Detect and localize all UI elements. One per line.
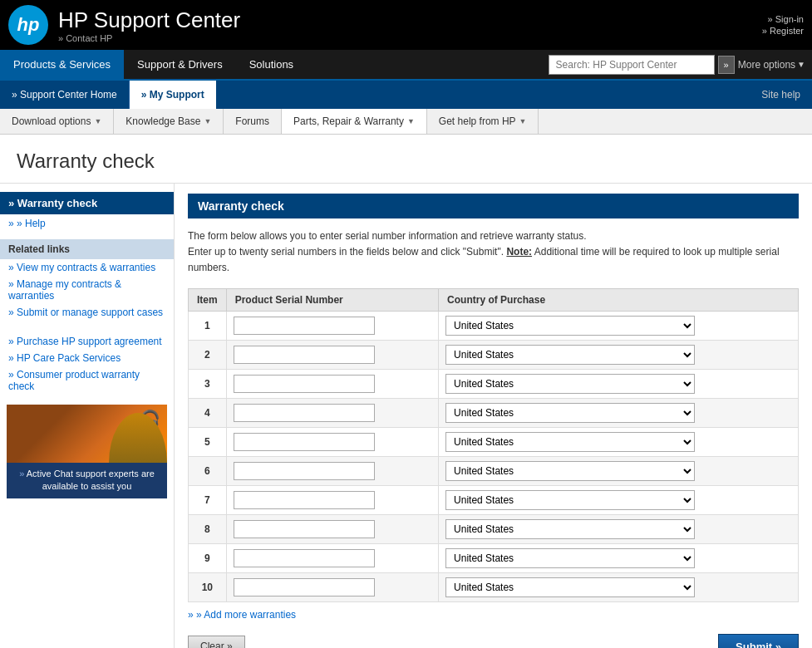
serial-number-input-1[interactable]	[234, 317, 375, 335]
chat-banner[interactable]: 🎧 Active Chat support experts are availa…	[7, 405, 167, 498]
table-row: 2United StatesCanadaUnited KingdomGerman…	[189, 340, 799, 369]
row-item-number: 9	[189, 543, 227, 572]
country-select-2[interactable]: United StatesCanadaUnited KingdomGermany…	[445, 345, 695, 365]
row-serial-cell	[226, 311, 438, 340]
country-select-4[interactable]: United StatesCanadaUnited KingdomGermany…	[445, 403, 695, 423]
main-content: » Warranty check » Help Related links Vi…	[0, 184, 812, 648]
warranty-check-link[interactable]: » Warranty check	[8, 197, 97, 209]
row-item-number: 5	[189, 427, 227, 456]
tab-parts-repair[interactable]: Parts, Repair & Warranty ▼	[282, 109, 427, 134]
sidebar-purchase-support[interactable]: Purchase HP support agreement	[0, 333, 174, 350]
tab-download-label: Download options	[12, 115, 91, 127]
tab-kb-label: Knowledge Base	[125, 115, 200, 127]
tab-forums[interactable]: Forums	[224, 109, 282, 134]
related-links-header: Related links	[0, 239, 174, 259]
country-select-1[interactable]: United StatesCanadaUnited KingdomGermany…	[445, 316, 695, 336]
row-item-number: 8	[189, 514, 227, 543]
row-serial-cell	[226, 572, 438, 601]
register-link[interactable]: Register	[762, 26, 804, 36]
hp-logo-text: hp	[17, 14, 40, 36]
contact-link[interactable]: » Contact HP	[58, 33, 240, 43]
sec-nav-mysupport[interactable]: » My Support	[130, 81, 216, 109]
table-row: 9United StatesCanadaUnited KingdomGerman…	[189, 543, 799, 572]
sidebar-help-link[interactable]: » Help	[0, 214, 174, 233]
nav-item-products[interactable]: Products & Services	[0, 50, 124, 79]
country-select-6[interactable]: United StatesCanadaUnited KingdomGermany…	[445, 461, 695, 481]
page-header: hp HP Support Center » Contact HP Sign-i…	[0, 0, 812, 50]
row-serial-cell	[226, 340, 438, 369]
table-row: 10United StatesCanadaUnited KingdomGerma…	[189, 572, 799, 601]
warranty-check-header: Warranty check	[188, 194, 799, 218]
serial-number-input-9[interactable]	[234, 549, 375, 567]
row-serial-cell	[226, 456, 438, 485]
row-serial-cell	[226, 369, 438, 398]
row-country-cell: United StatesCanadaUnited KingdomGermany…	[439, 427, 799, 456]
col-serial: Product Serial Number	[226, 288, 438, 311]
serial-number-input-5[interactable]	[234, 433, 375, 451]
row-country-cell: United StatesCanadaUnited KingdomGermany…	[439, 485, 799, 514]
serial-number-input-2[interactable]	[234, 346, 375, 364]
row-item-number: 6	[189, 456, 227, 485]
warranty-note-label: Note:	[506, 246, 532, 258]
row-country-cell: United StatesCanadaUnited KingdomGermany…	[439, 340, 799, 369]
sidebar-submit-cases[interactable]: Submit or manage support cases	[0, 304, 174, 321]
col-item: Item	[189, 288, 227, 311]
nav-item-support[interactable]: Support & Drivers	[124, 50, 236, 79]
country-select-8[interactable]: United StatesCanadaUnited KingdomGermany…	[445, 519, 695, 539]
row-country-cell: United StatesCanadaUnited KingdomGermany…	[439, 514, 799, 543]
row-item-number: 7	[189, 485, 227, 514]
row-country-cell: United StatesCanadaUnited KingdomGermany…	[439, 543, 799, 572]
clear-button[interactable]: Clear	[188, 636, 245, 648]
country-select-10[interactable]: United StatesCanadaUnited KingdomGermany…	[445, 577, 695, 597]
serial-number-input-8[interactable]	[234, 520, 375, 538]
country-select-3[interactable]: United StatesCanadaUnited KingdomGermany…	[445, 374, 695, 394]
country-select-5[interactable]: United StatesCanadaUnited KingdomGermany…	[445, 432, 695, 452]
tab-knowledge-base[interactable]: Knowledge Base ▼	[114, 109, 224, 134]
serial-number-input-7[interactable]	[234, 491, 375, 509]
signin-link[interactable]: Sign-in	[768, 14, 804, 24]
tab-navigation: Download options ▼ Knowledge Base ▼ Foru…	[0, 109, 812, 135]
table-row: 5United StatesCanadaUnited KingdomGerman…	[189, 427, 799, 456]
serial-number-input-6[interactable]	[234, 462, 375, 480]
row-serial-cell	[226, 514, 438, 543]
row-item-number: 10	[189, 572, 227, 601]
table-row: 3United StatesCanadaUnited KingdomGerman…	[189, 369, 799, 398]
tab-download-options[interactable]: Download options ▼	[0, 109, 114, 134]
tab-download-arrow: ▼	[94, 117, 101, 125]
sidebar-manage-contracts[interactable]: Manage my contracts & warranties	[0, 276, 174, 304]
contact-hp-link[interactable]: » Contact HP	[58, 33, 112, 43]
country-select-7[interactable]: United StatesCanadaUnited KingdomGermany…	[445, 490, 695, 510]
serial-number-input-3[interactable]	[234, 375, 375, 393]
country-select-9[interactable]: United StatesCanadaUnited KingdomGermany…	[445, 548, 695, 568]
col-country: Country of Purchase	[439, 288, 799, 311]
site-help-link[interactable]: Site help	[750, 81, 812, 109]
row-country-cell: United StatesCanadaUnited KingdomGermany…	[439, 369, 799, 398]
row-serial-cell	[226, 427, 438, 456]
submit-button[interactable]: Submit »	[718, 634, 799, 648]
sidebar-view-contracts[interactable]: View my contracts & warranties	[0, 259, 174, 276]
sec-nav-home[interactable]: » Support Center Home	[0, 81, 129, 109]
search-button[interactable]: »	[718, 56, 735, 74]
serial-number-input-4[interactable]	[234, 404, 375, 422]
search-input[interactable]	[549, 55, 715, 75]
top-navigation: Products & Services Support & Drivers So…	[0, 50, 812, 81]
sidebar-consumer-warranty[interactable]: Consumer product warranty check	[0, 366, 174, 395]
table-row: 6United StatesCanadaUnited KingdomGerman…	[189, 456, 799, 485]
more-options-button[interactable]: More options ▼	[738, 59, 805, 71]
sidebar-care-pack[interactable]: HP Care Pack Services	[0, 350, 174, 366]
serial-number-input-10[interactable]	[234, 578, 375, 596]
row-item-number: 4	[189, 398, 227, 427]
row-country-cell: United StatesCanadaUnited KingdomGermany…	[439, 311, 799, 340]
warranty-desc-text2: Enter up to twenty serial numbers in the…	[188, 246, 504, 258]
table-row: 1United StatesCanadaUnited KingdomGerman…	[189, 311, 799, 340]
tab-get-help[interactable]: Get help from HP ▼	[427, 109, 539, 134]
tab-forums-label: Forums	[235, 115, 269, 127]
tab-parts-label: Parts, Repair & Warranty	[293, 115, 404, 127]
nav-item-solutions[interactable]: Solutions	[236, 50, 307, 79]
row-country-cell: United StatesCanadaUnited KingdomGermany…	[439, 398, 799, 427]
chat-banner-image: 🎧	[7, 405, 167, 463]
add-more-warranties-link[interactable]: » Add more warranties	[188, 609, 799, 621]
tab-kb-arrow: ▼	[204, 117, 211, 125]
table-row: 4United StatesCanadaUnited KingdomGerman…	[189, 398, 799, 427]
table-header-row: Item Product Serial Number Country of Pu…	[189, 288, 799, 311]
